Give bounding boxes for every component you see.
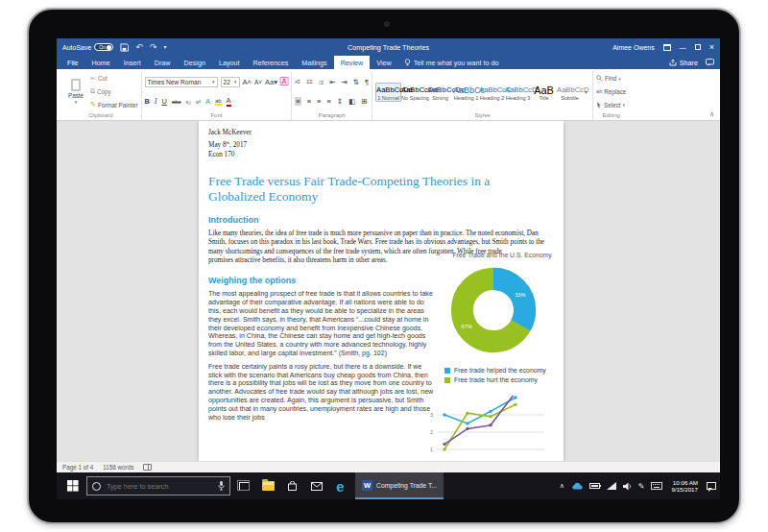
text-effects-icon[interactable]: A	[205, 97, 210, 106]
pen-icon[interactable]: ✎	[638, 482, 645, 491]
autosave-switch[interactable]: On	[94, 43, 113, 51]
increase-indent-button[interactable]: ⇥	[341, 78, 347, 86]
chart-column[interactable]: Free Trade and the U.S. Economy 33% 67% …	[444, 252, 564, 383]
file-explorer-button[interactable]	[256, 472, 280, 499]
microphone-icon[interactable]	[218, 481, 225, 491]
taskbar-clock[interactable]: 10:06 AM 9/15/2017	[671, 479, 698, 494]
tray-chevron-up-icon[interactable]: ∧	[560, 482, 564, 490]
tab-review[interactable]: Review	[334, 56, 371, 69]
tab-design[interactable]: Design	[178, 56, 212, 69]
word-taskbar-button[interactable]: W Competing Trade T...	[355, 472, 444, 499]
style-subtitle[interactable]: AaBbCcD Subtitle	[557, 84, 583, 101]
donut-chart[interactable]: 33% 67%	[447, 264, 540, 356]
decrease-indent-button[interactable]: ⇤	[329, 78, 335, 86]
tell-me-box[interactable]: Tell me what you want to do	[398, 56, 505, 69]
style-heading1[interactable]: AaBbCc Heading 1	[453, 84, 479, 101]
save-icon[interactable]	[120, 43, 129, 52]
sort-button[interactable]: ⇅	[353, 78, 359, 86]
tab-insert[interactable]: Insert	[117, 56, 148, 69]
task-view-button[interactable]	[232, 472, 256, 499]
show-marks-button[interactable]: ¶	[365, 78, 369, 86]
user-name[interactable]: Aimee Owens	[612, 44, 655, 51]
format-painter-button[interactable]: ✎ Format Painter	[90, 101, 138, 109]
strikethrough-button[interactable]: abc	[172, 99, 181, 105]
font-color-button[interactable]: A	[227, 96, 231, 107]
paragraph-group: •≡ 1≡ ⁝≡ ⇤ ⇥ ⇅ ¶ ≡ ≡ ≡	[292, 71, 372, 120]
style-title[interactable]: AaB Title	[531, 84, 557, 101]
mail-button[interactable]	[304, 472, 328, 499]
justify-button[interactable]: ≡	[326, 97, 330, 106]
italic-button[interactable]: I	[155, 97, 157, 106]
redo-icon[interactable]: ↷	[150, 43, 157, 52]
grow-font-icon[interactable]: A˄	[243, 78, 252, 86]
shading-button[interactable]: ◧	[348, 97, 355, 106]
wifi-icon[interactable]	[607, 482, 616, 490]
bold-button[interactable]: B	[145, 97, 150, 106]
underline-button[interactable]: U	[161, 97, 166, 106]
undo-icon[interactable]: ↶	[135, 43, 143, 52]
ribbon-display-options-icon[interactable]	[663, 44, 671, 51]
superscript-button[interactable]: x²	[196, 99, 201, 105]
align-right-button[interactable]: ≡	[317, 97, 321, 106]
qat-dropdown-icon[interactable]: ▾	[163, 43, 166, 52]
shrink-font-icon[interactable]: A˅	[254, 79, 262, 85]
borders-button[interactable]: ⊞	[361, 97, 367, 106]
replace-button[interactable]: ab Replace	[596, 88, 626, 95]
tab-mailings[interactable]: Mailings	[295, 56, 333, 69]
minimize-button[interactable]: —	[680, 44, 686, 51]
style-normal[interactable]: AaBbCcDd 1 Normal	[375, 83, 401, 102]
numbering-button[interactable]: 1≡	[306, 79, 313, 85]
cut-button[interactable]: ✂ Cut	[90, 75, 138, 83]
volume-icon[interactable]	[623, 482, 632, 491]
tab-layout[interactable]: Layout	[212, 56, 247, 69]
taskbar-search[interactable]	[86, 476, 230, 496]
tab-draw[interactable]: Draw	[148, 56, 178, 69]
style-heading3[interactable]: AaBbCcD Heading 3	[505, 84, 531, 101]
word-count[interactable]: 1158 words	[103, 464, 133, 471]
multilevel-list-button[interactable]: ⁝≡	[319, 79, 324, 85]
comments-icon[interactable]	[706, 59, 714, 66]
page-indicator[interactable]: Page 1 of 4	[62, 464, 93, 471]
font-name-select[interactable]: Times New Roman ▾	[145, 77, 218, 87]
microsoft-store-button[interactable]	[280, 472, 304, 499]
line-chart[interactable]: 123	[423, 396, 550, 461]
style-strong[interactable]: AaBbCcDc Strong	[427, 84, 453, 101]
paste-dropdown-icon[interactable]: ▾	[75, 99, 78, 105]
font-size-select[interactable]: 22 ▾	[221, 77, 240, 87]
battery-icon[interactable]	[589, 483, 600, 489]
proofing-icon[interactable]	[143, 464, 152, 471]
tab-file[interactable]: File	[60, 56, 85, 69]
edge-button[interactable]: e	[328, 472, 352, 499]
legend-item-hurt: Free trade hurt the economy	[444, 376, 564, 383]
word-app-icon: W	[362, 480, 372, 491]
tab-view[interactable]: View	[370, 56, 397, 69]
style-heading2[interactable]: AaBbCcC Heading 2	[479, 84, 505, 101]
action-center-icon[interactable]	[707, 482, 716, 490]
styles-gallery-more-icon[interactable]: ▾	[583, 88, 589, 95]
restore-button[interactable]	[695, 44, 701, 50]
highlight-button[interactable]: ab	[215, 98, 222, 106]
tab-references[interactable]: References	[247, 56, 296, 69]
tab-home[interactable]: Home	[85, 56, 117, 69]
close-button[interactable]: ×	[709, 42, 714, 52]
change-case-icon[interactable]: Aa▾	[265, 78, 277, 86]
select-button[interactable]: Select ▾	[596, 102, 626, 109]
collapse-ribbon-icon[interactable]: ∧	[708, 110, 718, 120]
copy-button[interactable]: ⧉ Copy	[90, 87, 138, 95]
onedrive-cloud-icon[interactable]	[571, 482, 583, 490]
document-page[interactable]: Jack McKeever May 8th, 2017 Econ 170 Fre…	[199, 121, 564, 461]
start-button[interactable]	[60, 472, 84, 499]
align-center-button[interactable]: ≡	[307, 97, 311, 106]
style-no-spacing[interactable]: AaBbCcDd No Spacing	[401, 84, 427, 101]
align-left-button[interactable]: ≡	[295, 97, 300, 106]
clear-formatting-icon[interactable]: 🄰	[280, 77, 288, 86]
autosave-toggle[interactable]: AutoSave On	[62, 43, 113, 51]
touch-keyboard-icon[interactable]	[651, 482, 662, 490]
share-button[interactable]: Share	[669, 59, 698, 67]
find-button[interactable]: Find ▾	[596, 75, 626, 82]
search-input[interactable]	[105, 481, 204, 492]
line-spacing-button[interactable]: ⇕	[337, 97, 343, 106]
paste-button[interactable]: Paste ▾	[63, 72, 88, 111]
bullets-button[interactable]: •≡	[295, 79, 300, 85]
subscript-button[interactable]: x₂	[186, 99, 191, 105]
